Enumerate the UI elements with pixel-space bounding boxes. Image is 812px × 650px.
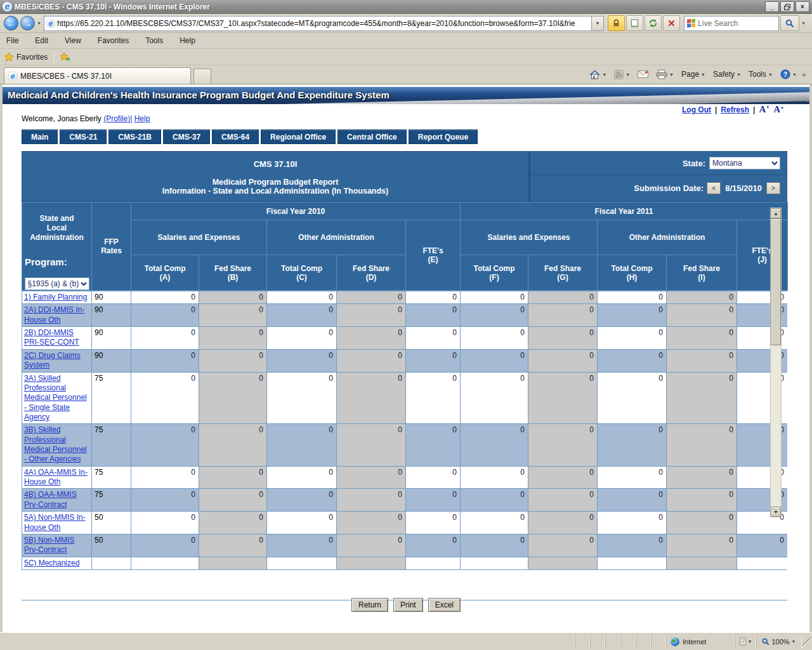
print-button[interactable]: ▼: [653, 69, 676, 81]
value-cell[interactable]: 0: [461, 372, 528, 424]
value-cell[interactable]: 0: [461, 466, 528, 489]
value-cell[interactable]: 0: [598, 349, 667, 372]
value-cell[interactable]: [461, 557, 528, 569]
value-cell[interactable]: 0: [461, 489, 528, 512]
value-cell[interactable]: 0: [131, 512, 199, 534]
nav-tab-central-office[interactable]: Central Office: [337, 129, 407, 144]
value-cell[interactable]: 0: [598, 512, 667, 534]
value-cell[interactable]: 0: [267, 327, 337, 350]
program-row-link[interactable]: 1) Family Planning: [24, 293, 87, 302]
profile-link[interactable]: (Profile)|: [103, 114, 132, 123]
value-cell[interactable]: [598, 557, 667, 569]
restore-button[interactable]: [780, 1, 794, 12]
program-row-link[interactable]: 5A) Non-MMIS In-House Oth: [24, 513, 86, 531]
back-button[interactable]: ←: [4, 16, 18, 30]
program-row-link[interactable]: 3B) Skilled Professional Medical Personn…: [24, 425, 87, 463]
nav-tab-report-queue[interactable]: Report Queue: [409, 129, 478, 144]
return-button[interactable]: Return: [351, 598, 388, 612]
menu-help[interactable]: Help: [180, 36, 195, 45]
menu-favorites[interactable]: Favorites: [98, 36, 129, 45]
program-row-link[interactable]: 5C) Mechanized: [24, 559, 79, 567]
recent-pages-dropdown-icon[interactable]: ▼: [37, 21, 41, 25]
value-cell[interactable]: 0: [267, 534, 337, 557]
print-dropdown-icon[interactable]: ▼: [669, 72, 674, 77]
value-cell[interactable]: 0: [131, 291, 199, 304]
chevron-more-icon[interactable]: »: [802, 70, 806, 78]
value-cell[interactable]: 0: [131, 304, 199, 327]
help-button[interactable]: ? ▼: [778, 68, 799, 81]
value-cell[interactable]: 0: [461, 349, 528, 372]
logout-link[interactable]: Log Out: [682, 105, 711, 114]
refresh-link[interactable]: Refresh: [721, 105, 749, 114]
nav-tab-main[interactable]: Main: [22, 129, 58, 144]
value-cell[interactable]: 0: [406, 372, 461, 424]
program-row-link[interactable]: 3A) Skilled Professional Medical Personn…: [24, 374, 87, 421]
value-cell[interactable]: 0: [406, 304, 461, 327]
value-cell[interactable]: 0: [267, 349, 337, 372]
value-cell[interactable]: 0: [461, 327, 528, 350]
value-cell[interactable]: 0: [598, 466, 667, 489]
program-row-link[interactable]: 2C) Drug Claims System: [24, 351, 81, 369]
value-cell[interactable]: [267, 557, 337, 569]
value-cell[interactable]: 0: [267, 304, 337, 327]
value-cell[interactable]: 0: [406, 424, 461, 466]
value-cell[interactable]: 0: [461, 304, 528, 327]
value-cell[interactable]: 0: [598, 534, 667, 557]
program-row-link[interactable]: 4A) OAA-MMIS In-House Oth: [24, 468, 88, 486]
program-row-link[interactable]: 4B) OAA-MMIS Prv-Contract: [24, 490, 77, 508]
refresh-button[interactable]: [645, 15, 662, 31]
value-cell[interactable]: 0: [461, 291, 528, 304]
read-mail-button[interactable]: [635, 69, 651, 79]
menu-file[interactable]: File: [6, 36, 18, 45]
search-input[interactable]: Live Search: [684, 16, 779, 31]
value-cell[interactable]: 0: [406, 327, 461, 350]
value-cell[interactable]: 0: [737, 534, 788, 557]
menu-tools[interactable]: Tools: [145, 36, 163, 45]
safety-menu-button[interactable]: Safety▼: [710, 69, 743, 80]
protected-mode-button[interactable]: ▼: [735, 635, 756, 648]
next-date-button[interactable]: >: [766, 182, 780, 194]
feeds-button[interactable]: ▼: [612, 69, 632, 81]
value-cell[interactable]: [406, 557, 461, 569]
excel-button[interactable]: Excel: [428, 598, 461, 612]
value-cell[interactable]: 0: [131, 489, 199, 512]
close-button[interactable]: ×: [796, 1, 809, 12]
address-dropdown-button[interactable]: ▼: [591, 17, 603, 30]
value-cell[interactable]: 0: [598, 489, 667, 512]
value-cell[interactable]: 0: [406, 466, 461, 489]
nav-tab-cms-21[interactable]: CMS-21: [60, 129, 107, 144]
value-cell[interactable]: 0: [131, 327, 199, 350]
program-select[interactable]: §1935 (a) & (b): [25, 277, 89, 290]
font-decrease-icon[interactable]: A▼: [759, 104, 769, 115]
value-cell[interactable]: 0: [131, 466, 199, 489]
table-scrollbar[interactable]: ▲ ▼: [770, 208, 782, 517]
value-cell[interactable]: 0: [598, 291, 667, 304]
value-cell[interactable]: 0: [461, 534, 528, 557]
address-input[interactable]: e https://65.220.21.10/MBESCBES/CMS37/CM…: [44, 16, 604, 31]
value-cell[interactable]: 0: [406, 534, 461, 557]
program-row-link[interactable]: 2A) DDI-MMIS In-House Oth: [24, 305, 84, 324]
browser-tab-active[interactable]: e MBES/CBES - CMS 37.10I: [4, 67, 191, 84]
value-cell[interactable]: 0: [267, 512, 337, 534]
value-cell[interactable]: 0: [131, 534, 199, 557]
security-lock-button[interactable]: [608, 15, 625, 31]
value-cell[interactable]: 0: [461, 424, 528, 466]
program-row-link[interactable]: 2B) DDI-MMIS PRI-SEC-CONT: [24, 328, 79, 347]
value-cell[interactable]: 0: [406, 349, 461, 372]
value-cell[interactable]: 0: [131, 372, 199, 424]
feeds-dropdown-icon[interactable]: ▼: [625, 72, 630, 77]
value-cell[interactable]: 0: [406, 291, 461, 304]
print-report-button[interactable]: Print: [393, 598, 423, 612]
value-cell[interactable]: 0: [267, 291, 337, 304]
home-dropdown-icon[interactable]: ▼: [602, 72, 606, 77]
scroll-down-icon[interactable]: ▼: [771, 507, 781, 517]
page-menu-button[interactable]: Page▼: [679, 69, 708, 80]
stop-button[interactable]: ✕: [663, 15, 680, 31]
value-cell[interactable]: 0: [461, 512, 528, 534]
prev-date-button[interactable]: <: [707, 182, 721, 194]
compatibility-view-button[interactable]: [626, 15, 643, 31]
tools-menu-button[interactable]: Tools▼: [746, 69, 775, 80]
value-cell[interactable]: 0: [267, 372, 337, 424]
value-cell[interactable]: [737, 557, 788, 569]
nav-tab-cms-37[interactable]: CMS-37: [163, 129, 210, 144]
